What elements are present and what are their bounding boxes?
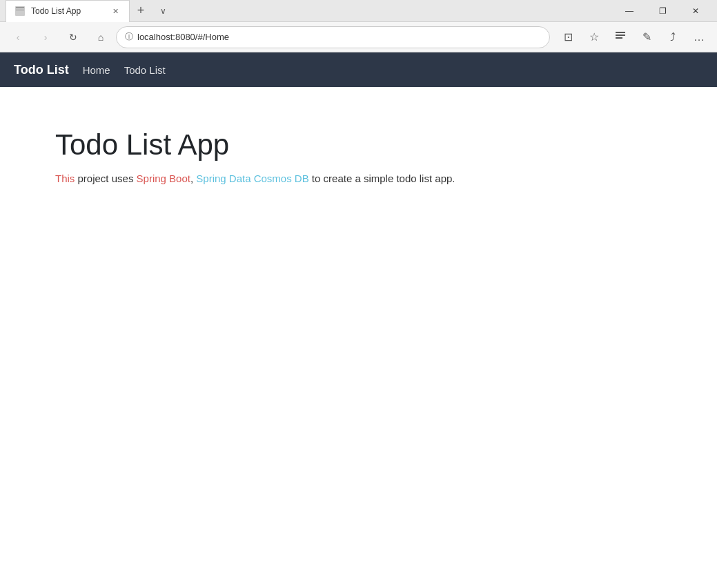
home-icon: ⌂ (98, 32, 104, 43)
subtitle-spring-data: Spring Data Cosmos DB (196, 173, 308, 184)
svg-rect-2 (16, 9, 24, 10)
close-button[interactable]: ✕ (680, 0, 711, 22)
url-bar[interactable]: ⓘ localhost:8080/#/Home (116, 26, 550, 48)
tab-list-button[interactable]: ∨ (152, 0, 174, 22)
title-bar: Todo List App ✕ + ∨ — ❐ ✕ (0, 0, 717, 22)
active-tab[interactable]: Todo List App ✕ (6, 0, 130, 22)
subtitle-this: This (55, 173, 75, 184)
page-heading: Todo List App (55, 128, 662, 161)
star-icon: ☆ (589, 30, 599, 43)
page-content: Todo List App This project uses Spring B… (0, 87, 717, 588)
navbar-brand[interactable]: Todo List (14, 63, 69, 77)
reading-list-button[interactable] (608, 26, 633, 48)
navbar-link-todolist[interactable]: Todo List (124, 64, 166, 76)
subtitle-rest1: project uses (75, 173, 136, 184)
toolbar-icons: ⊡ ☆ ✎ ⤴ … (556, 26, 711, 48)
navbar-link-home[interactable]: Home (83, 64, 110, 76)
tab-title: Todo List App (31, 6, 81, 16)
refresh-icon: ↻ (69, 32, 77, 43)
subtitle-rest2: to create a simple todo list app. (309, 173, 455, 184)
minimize-button[interactable]: — (613, 0, 645, 22)
subtitle-spring-boot: Spring Boot (137, 173, 190, 184)
reading-view-icon: ⊡ (564, 30, 573, 43)
svg-rect-6 (616, 37, 622, 39)
window-controls: — ❐ ✕ (613, 0, 711, 22)
forward-icon: › (44, 32, 48, 43)
svg-rect-1 (16, 7, 24, 8)
share-icon: ⤴ (670, 31, 676, 43)
reading-view-button[interactable]: ⊡ (556, 26, 580, 48)
security-icon: ⓘ (125, 31, 133, 43)
refresh-button[interactable]: ↻ (61, 26, 86, 48)
svg-rect-4 (616, 32, 625, 33)
page-subtitle: This project uses Spring Boot, Spring Da… (55, 173, 662, 184)
back-button[interactable]: ‹ (6, 26, 30, 48)
url-text: localhost:8080/#/Home (137, 32, 229, 42)
favorites-button[interactable]: ☆ (582, 26, 607, 48)
more-button[interactable]: … (687, 26, 711, 48)
more-icon: … (694, 31, 705, 43)
svg-rect-5 (616, 35, 625, 36)
home-button[interactable]: ⌂ (88, 26, 113, 48)
reading-list-icon (614, 30, 627, 45)
app-navbar: Todo List Home Todo List (0, 52, 717, 87)
back-icon: ‹ (17, 32, 20, 43)
restore-button[interactable]: ❐ (647, 0, 678, 22)
tab-close-button[interactable]: ✕ (110, 6, 121, 17)
share-button[interactable]: ⤴ (660, 26, 685, 48)
notes-button[interactable]: ✎ (634, 26, 659, 48)
browser-window: Todo List App ✕ + ∨ — ❐ ✕ ‹ › ↻ ⌂ ⓘ loca… (0, 0, 717, 588)
tab-favicon (14, 6, 26, 17)
svg-rect-3 (16, 10, 24, 11)
forward-button[interactable]: › (33, 26, 58, 48)
notes-icon: ✎ (642, 30, 651, 43)
new-tab-button[interactable]: + (130, 0, 152, 22)
tab-bar: Todo List App ✕ + ∨ (6, 0, 611, 22)
address-bar: ‹ › ↻ ⌂ ⓘ localhost:8080/#/Home ⊡ ☆ (0, 22, 717, 52)
